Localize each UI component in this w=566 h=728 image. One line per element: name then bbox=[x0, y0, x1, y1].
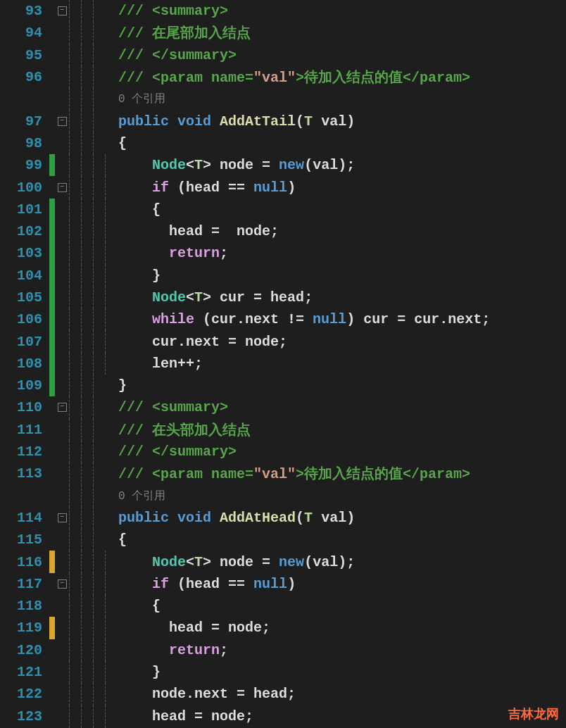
line-number: 101 bbox=[0, 201, 49, 218]
line-number: 120 bbox=[0, 642, 49, 658]
fold-toggle[interactable]: − bbox=[55, 117, 69, 126]
code-line[interactable]: 94 /// 在尾部加入结点 bbox=[0, 22, 566, 44]
line-number: 123 bbox=[0, 708, 49, 724]
codelens-line[interactable]: 0 个引用 bbox=[0, 88, 566, 110]
code-line[interactable]: 106 while (cur.next != null) cur = cur.n… bbox=[0, 308, 566, 330]
fold-toggle[interactable]: − bbox=[55, 183, 69, 192]
line-number: 118 bbox=[0, 598, 49, 614]
line-number: 121 bbox=[0, 664, 49, 680]
code-line[interactable]: 116 Node<T> node = new(val); bbox=[0, 551, 566, 572]
line-number: 112 bbox=[0, 444, 49, 460]
line-number: 102 bbox=[0, 223, 49, 239]
line-number: 98 bbox=[0, 135, 49, 151]
code-line[interactable]: 100 − if (head == null) bbox=[0, 176, 566, 198]
code-line[interactable]: 99 Node<T> node = new(val); bbox=[0, 154, 566, 176]
code-line[interactable]: 115 { bbox=[0, 529, 566, 551]
line-number: 107 bbox=[0, 334, 49, 350]
change-marker bbox=[49, 617, 55, 639]
line-number: 108 bbox=[0, 356, 49, 372]
code-line[interactable]: 118 { bbox=[0, 595, 566, 617]
code-line[interactable]: 117 − if (head == null) bbox=[0, 573, 566, 595]
fold-toggle[interactable]: − bbox=[55, 403, 69, 412]
line-number: 96 bbox=[0, 69, 49, 85]
code-line[interactable]: 113 /// <param name="val">待加入结点的值</param… bbox=[0, 463, 566, 484]
line-number: 109 bbox=[0, 377, 49, 394]
code-line[interactable]: 121 } bbox=[0, 661, 566, 683]
code-line[interactable]: 101 { bbox=[0, 199, 566, 220]
change-marker bbox=[49, 265, 55, 287]
line-number: 104 bbox=[0, 268, 49, 284]
line-number: 99 bbox=[0, 157, 49, 173]
change-marker bbox=[49, 375, 55, 396]
change-marker bbox=[49, 287, 55, 308]
line-number: 115 bbox=[0, 532, 49, 548]
change-marker bbox=[49, 330, 55, 352]
code-line[interactable]: 105 Node<T> cur = head; bbox=[0, 287, 566, 308]
fold-toggle[interactable]: − bbox=[55, 6, 69, 15]
code-line[interactable]: 114 − public void AddAtHead(T val) bbox=[0, 507, 566, 529]
code-line[interactable]: 120 return; bbox=[0, 639, 566, 661]
line-number: 97 bbox=[0, 113, 49, 130]
code-line[interactable]: 119 head = node; bbox=[0, 617, 566, 639]
line-number: 114 bbox=[0, 510, 49, 526]
line-number: 105 bbox=[0, 289, 49, 306]
line-number: 93 bbox=[0, 3, 49, 19]
code-line[interactable]: 122 node.next = head; bbox=[0, 683, 566, 705]
code-line[interactable]: 110 − /// <summary> bbox=[0, 396, 566, 418]
change-marker bbox=[49, 242, 55, 264]
change-marker bbox=[49, 353, 55, 375]
line-number: 110 bbox=[0, 399, 49, 415]
change-marker bbox=[49, 154, 55, 176]
watermark-text: 吉林龙网 bbox=[508, 705, 559, 722]
code-line[interactable]: 109 } bbox=[0, 375, 566, 396]
code-line[interactable]: 93 − /// <summary> bbox=[0, 0, 566, 22]
line-number: 94 bbox=[0, 25, 49, 41]
code-line[interactable]: 104 } bbox=[0, 265, 566, 287]
codelens-line[interactable]: 0 个引用 bbox=[0, 485, 566, 507]
code-line[interactable]: 111 /// 在头部加入结点 bbox=[0, 419, 566, 441]
line-number: 95 bbox=[0, 47, 49, 63]
change-marker bbox=[49, 220, 55, 242]
code-line[interactable]: 97 − public void AddAtTail(T val) bbox=[0, 110, 566, 132]
code-line[interactable]: 96 /// <param name="val">待加入结点的值</param> bbox=[0, 66, 566, 88]
change-marker bbox=[49, 308, 55, 330]
line-number: 116 bbox=[0, 554, 49, 570]
code-line[interactable]: 102 head = node; bbox=[0, 220, 566, 242]
code-line[interactable]: 112 /// </summary> bbox=[0, 441, 566, 463]
fold-toggle[interactable]: − bbox=[55, 513, 69, 522]
line-number: 113 bbox=[0, 465, 49, 482]
line-number: 106 bbox=[0, 311, 49, 327]
line-number: 111 bbox=[0, 422, 49, 438]
line-number: 117 bbox=[0, 576, 49, 592]
code-editor[interactable]: 93 − /// <summary> 94 /// 在尾部加入结点 95 ///… bbox=[0, 0, 566, 728]
change-marker bbox=[49, 199, 55, 220]
codelens-references[interactable]: 0 个引用 bbox=[118, 92, 566, 106]
fold-toggle[interactable]: − bbox=[55, 579, 69, 589]
code-line[interactable]: 107 cur.next = node; bbox=[0, 330, 566, 352]
code-line[interactable]: 123 head = node; bbox=[0, 705, 566, 727]
change-marker bbox=[49, 551, 55, 572]
line-number: 119 bbox=[0, 620, 49, 636]
code-line[interactable]: 95 /// </summary> bbox=[0, 44, 566, 66]
code-line[interactable]: 98 { bbox=[0, 132, 566, 154]
line-number: 103 bbox=[0, 245, 49, 261]
line-number: 122 bbox=[0, 686, 49, 702]
codelens-references[interactable]: 0 个引用 bbox=[118, 489, 566, 503]
code-line[interactable]: 103 return; bbox=[0, 242, 566, 264]
code-line[interactable]: 108 len++; bbox=[0, 353, 566, 375]
line-number: 100 bbox=[0, 180, 49, 196]
